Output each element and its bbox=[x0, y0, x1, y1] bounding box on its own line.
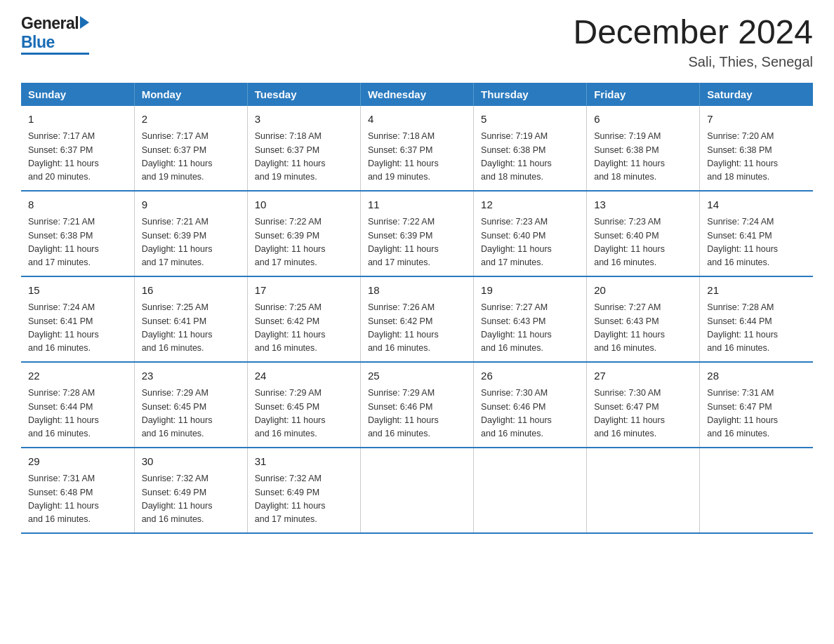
day-info: Sunrise: 7:29 AMSunset: 6:45 PMDaylight:… bbox=[255, 387, 353, 441]
logo: General Blue bbox=[21, 14, 89, 55]
day-info: Sunrise: 7:30 AMSunset: 6:47 PMDaylight:… bbox=[594, 387, 692, 441]
day-number: 17 bbox=[255, 283, 353, 299]
day-info: Sunrise: 7:21 AMSunset: 6:38 PMDaylight:… bbox=[28, 215, 127, 270]
day-info: Sunrise: 7:25 AMSunset: 6:41 PMDaylight:… bbox=[142, 301, 240, 356]
calendar-cell bbox=[360, 448, 473, 533]
day-number: 21 bbox=[707, 283, 806, 299]
calendar-cell: 28Sunrise: 7:31 AMSunset: 6:47 PMDayligh… bbox=[700, 362, 813, 448]
calendar-cell bbox=[587, 448, 700, 533]
day-number: 29 bbox=[28, 454, 127, 470]
day-number: 30 bbox=[142, 454, 240, 470]
day-number: 12 bbox=[481, 197, 579, 213]
day-number: 14 bbox=[707, 197, 806, 213]
calendar-cell: 29Sunrise: 7:31 AMSunset: 6:48 PMDayligh… bbox=[21, 448, 134, 533]
logo-arrow-icon bbox=[80, 16, 89, 32]
calendar-header-monday: Monday bbox=[134, 83, 247, 106]
day-number: 26 bbox=[481, 368, 579, 384]
day-number: 7 bbox=[707, 112, 806, 128]
calendar-cell: 14Sunrise: 7:24 AMSunset: 6:41 PMDayligh… bbox=[700, 191, 813, 276]
page-header: General Blue December 2024 Sali, Thies, … bbox=[21, 14, 813, 70]
day-number: 22 bbox=[28, 368, 127, 384]
day-number: 28 bbox=[707, 368, 806, 384]
logo-underline bbox=[21, 53, 89, 55]
calendar-cell: 4Sunrise: 7:18 AMSunset: 6:37 PMDaylight… bbox=[360, 106, 473, 191]
calendar-week-row: 8Sunrise: 7:21 AMSunset: 6:38 PMDaylight… bbox=[21, 191, 813, 276]
calendar-cell: 6Sunrise: 7:19 AMSunset: 6:38 PMDaylight… bbox=[587, 106, 700, 191]
calendar-cell: 23Sunrise: 7:29 AMSunset: 6:45 PMDayligh… bbox=[134, 362, 247, 448]
calendar-cell: 3Sunrise: 7:18 AMSunset: 6:37 PMDaylight… bbox=[247, 106, 360, 191]
calendar-cell: 13Sunrise: 7:23 AMSunset: 6:40 PMDayligh… bbox=[587, 191, 700, 276]
day-number: 27 bbox=[594, 368, 692, 384]
day-info: Sunrise: 7:20 AMSunset: 6:38 PMDaylight:… bbox=[707, 130, 806, 185]
page-title: December 2024 bbox=[573, 14, 813, 51]
calendar-cell bbox=[700, 448, 813, 533]
day-info: Sunrise: 7:28 AMSunset: 6:44 PMDaylight:… bbox=[28, 387, 127, 441]
day-number: 8 bbox=[28, 197, 127, 213]
day-info: Sunrise: 7:26 AMSunset: 6:42 PMDaylight:… bbox=[368, 301, 466, 356]
calendar-header-tuesday: Tuesday bbox=[247, 83, 360, 106]
page-subtitle: Sali, Thies, Senegal bbox=[573, 54, 813, 70]
calendar-cell: 25Sunrise: 7:29 AMSunset: 6:46 PMDayligh… bbox=[360, 362, 473, 448]
calendar-cell bbox=[474, 448, 587, 533]
day-info: Sunrise: 7:19 AMSunset: 6:38 PMDaylight:… bbox=[594, 130, 692, 185]
day-number: 23 bbox=[142, 368, 240, 384]
calendar-cell: 11Sunrise: 7:22 AMSunset: 6:39 PMDayligh… bbox=[360, 191, 473, 276]
day-number: 10 bbox=[255, 197, 353, 213]
calendar-cell: 20Sunrise: 7:27 AMSunset: 6:43 PMDayligh… bbox=[587, 276, 700, 362]
calendar-header-thursday: Thursday bbox=[474, 83, 587, 106]
day-number: 15 bbox=[28, 283, 127, 299]
calendar-cell: 18Sunrise: 7:26 AMSunset: 6:42 PMDayligh… bbox=[360, 276, 473, 362]
calendar-cell: 15Sunrise: 7:24 AMSunset: 6:41 PMDayligh… bbox=[21, 276, 134, 362]
calendar-week-row: 1Sunrise: 7:17 AMSunset: 6:37 PMDaylight… bbox=[21, 106, 813, 191]
day-number: 6 bbox=[594, 112, 692, 128]
day-info: Sunrise: 7:23 AMSunset: 6:40 PMDaylight:… bbox=[481, 215, 579, 270]
day-number: 2 bbox=[142, 112, 240, 128]
calendar-cell: 5Sunrise: 7:19 AMSunset: 6:38 PMDaylight… bbox=[474, 106, 587, 191]
calendar-header-saturday: Saturday bbox=[700, 83, 813, 106]
day-number: 9 bbox=[142, 197, 240, 213]
day-info: Sunrise: 7:19 AMSunset: 6:38 PMDaylight:… bbox=[481, 130, 579, 185]
calendar-cell: 7Sunrise: 7:20 AMSunset: 6:38 PMDaylight… bbox=[700, 106, 813, 191]
calendar-header-wednesday: Wednesday bbox=[360, 83, 473, 106]
calendar-week-row: 29Sunrise: 7:31 AMSunset: 6:48 PMDayligh… bbox=[21, 448, 813, 533]
day-info: Sunrise: 7:22 AMSunset: 6:39 PMDaylight:… bbox=[255, 215, 353, 270]
day-info: Sunrise: 7:18 AMSunset: 6:37 PMDaylight:… bbox=[255, 130, 353, 185]
day-info: Sunrise: 7:29 AMSunset: 6:46 PMDaylight:… bbox=[368, 387, 466, 441]
day-number: 19 bbox=[481, 283, 579, 299]
day-number: 24 bbox=[255, 368, 353, 384]
calendar-cell: 1Sunrise: 7:17 AMSunset: 6:37 PMDaylight… bbox=[21, 106, 134, 191]
calendar-cell: 31Sunrise: 7:32 AMSunset: 6:49 PMDayligh… bbox=[247, 448, 360, 533]
day-info: Sunrise: 7:18 AMSunset: 6:37 PMDaylight:… bbox=[368, 130, 466, 185]
calendar-header-sunday: Sunday bbox=[21, 83, 134, 106]
day-info: Sunrise: 7:30 AMSunset: 6:46 PMDaylight:… bbox=[481, 387, 579, 441]
day-info: Sunrise: 7:32 AMSunset: 6:49 PMDaylight:… bbox=[142, 472, 240, 527]
day-info: Sunrise: 7:31 AMSunset: 6:47 PMDaylight:… bbox=[707, 387, 806, 441]
day-number: 5 bbox=[481, 112, 579, 128]
day-number: 25 bbox=[368, 368, 466, 384]
calendar-cell: 9Sunrise: 7:21 AMSunset: 6:39 PMDaylight… bbox=[134, 191, 247, 276]
calendar-cell: 10Sunrise: 7:22 AMSunset: 6:39 PMDayligh… bbox=[247, 191, 360, 276]
calendar-week-row: 15Sunrise: 7:24 AMSunset: 6:41 PMDayligh… bbox=[21, 276, 813, 362]
day-number: 1 bbox=[28, 112, 127, 128]
day-info: Sunrise: 7:24 AMSunset: 6:41 PMDaylight:… bbox=[28, 301, 127, 356]
day-number: 4 bbox=[368, 112, 466, 128]
logo-blue-text: Blue bbox=[21, 33, 55, 52]
calendar-cell: 22Sunrise: 7:28 AMSunset: 6:44 PMDayligh… bbox=[21, 362, 134, 448]
day-info: Sunrise: 7:28 AMSunset: 6:44 PMDaylight:… bbox=[707, 301, 806, 356]
day-info: Sunrise: 7:31 AMSunset: 6:48 PMDaylight:… bbox=[28, 472, 127, 527]
day-info: Sunrise: 7:17 AMSunset: 6:37 PMDaylight:… bbox=[142, 130, 240, 185]
day-info: Sunrise: 7:27 AMSunset: 6:43 PMDaylight:… bbox=[594, 301, 692, 356]
day-number: 18 bbox=[368, 283, 466, 299]
day-info: Sunrise: 7:21 AMSunset: 6:39 PMDaylight:… bbox=[142, 215, 240, 270]
day-info: Sunrise: 7:29 AMSunset: 6:45 PMDaylight:… bbox=[142, 387, 240, 441]
calendar-cell: 2Sunrise: 7:17 AMSunset: 6:37 PMDaylight… bbox=[134, 106, 247, 191]
day-number: 31 bbox=[255, 454, 353, 470]
day-info: Sunrise: 7:32 AMSunset: 6:49 PMDaylight:… bbox=[255, 472, 353, 527]
calendar-cell: 8Sunrise: 7:21 AMSunset: 6:38 PMDaylight… bbox=[21, 191, 134, 276]
day-info: Sunrise: 7:25 AMSunset: 6:42 PMDaylight:… bbox=[255, 301, 353, 356]
day-info: Sunrise: 7:27 AMSunset: 6:43 PMDaylight:… bbox=[481, 301, 579, 356]
day-info: Sunrise: 7:23 AMSunset: 6:40 PMDaylight:… bbox=[594, 215, 692, 270]
day-number: 13 bbox=[594, 197, 692, 213]
day-info: Sunrise: 7:22 AMSunset: 6:39 PMDaylight:… bbox=[368, 215, 466, 270]
calendar-table: SundayMondayTuesdayWednesdayThursdayFrid… bbox=[21, 83, 813, 534]
